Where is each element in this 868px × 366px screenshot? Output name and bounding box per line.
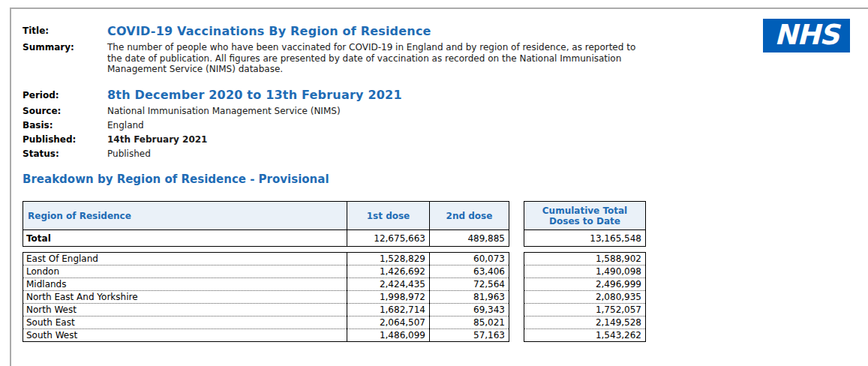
cumulative-cell: 1,752,057 bbox=[524, 304, 646, 316]
cumulative-column-header: Cumulative Total Doses to Date bbox=[524, 202, 646, 230]
dose2-cell: 72,564 bbox=[430, 278, 509, 291]
dose2-cell: 81,963 bbox=[430, 291, 509, 304]
dose1-cell: 1,998,972 bbox=[347, 291, 430, 304]
source-label: Source: bbox=[23, 106, 61, 116]
totals-table: Region of Residence 1st dose 2nd dose To… bbox=[23, 201, 509, 247]
table-row: Midlands 2,424,435 72,564 bbox=[23, 278, 509, 291]
table-row: 2,149,528 bbox=[524, 316, 646, 329]
table-row: 2,496,999 bbox=[524, 278, 646, 291]
status-label: Status: bbox=[23, 148, 59, 159]
page-title: COVID-19 Vaccinations By Region of Resid… bbox=[107, 24, 431, 38]
total-label: Total bbox=[23, 230, 347, 247]
region-cell: South East bbox=[23, 316, 347, 329]
region-cell: East Of England bbox=[23, 253, 347, 266]
table-row: London 1,426,692 63,406 bbox=[23, 266, 509, 278]
total-row: Total 12,675,663 489,885 bbox=[23, 230, 509, 247]
dose1-cell: 1,426,692 bbox=[347, 266, 430, 278]
dose2-column-header: 2nd dose bbox=[430, 202, 509, 230]
source-value: National Immunisation Management Service… bbox=[107, 106, 341, 116]
cumulative-cell: 1,543,262 bbox=[524, 329, 646, 342]
dose1-cell: 2,424,435 bbox=[347, 278, 430, 291]
dose1-cell: 1,682,714 bbox=[347, 304, 430, 316]
period-value: 8th December 2020 to 13th February 2021 bbox=[107, 88, 402, 102]
basis-value: England bbox=[107, 120, 144, 130]
table-row: South East 2,064,507 85,021 bbox=[23, 316, 509, 329]
cumulative-cell: 1,490,098 bbox=[524, 266, 646, 278]
table-row: 1,752,057 bbox=[524, 304, 646, 316]
region-column-header: Region of Residence bbox=[23, 202, 347, 230]
summary-label: Summary: bbox=[23, 42, 74, 52]
cumulative-total-row: 13,165,548 bbox=[524, 230, 646, 247]
cumulative-cell: 1,588,902 bbox=[524, 253, 646, 266]
dose2-cell: 69,343 bbox=[430, 304, 509, 316]
cumulative-totals-table: Cumulative Total Doses to Date 13,165,54… bbox=[524, 201, 646, 247]
section-heading: Breakdown by Region of Residence - Provi… bbox=[23, 172, 329, 186]
dose1-cell: 1,486,099 bbox=[347, 329, 430, 342]
cumulative-header-line2: Doses to Date bbox=[549, 216, 620, 226]
dose2-cell: 57,163 bbox=[430, 329, 509, 342]
table-row: 1,588,902 bbox=[524, 253, 646, 266]
cumulative-header-line1: Cumulative Total bbox=[542, 206, 627, 216]
table-header-row: Region of Residence 1st dose 2nd dose bbox=[23, 202, 509, 230]
table-row: North West 1,682,714 69,343 bbox=[23, 304, 509, 316]
table-row: 1,543,262 bbox=[524, 329, 646, 342]
cumulative-header-row: Cumulative Total Doses to Date bbox=[524, 202, 646, 230]
cumulative-cell: 2,496,999 bbox=[524, 278, 646, 291]
region-cell: North West bbox=[23, 304, 347, 316]
dose1-cell: 1,528,829 bbox=[347, 253, 430, 266]
cumulative-regions-table: 1,588,902 1,490,098 2,496,999 2,080,935 … bbox=[524, 252, 646, 342]
published-value: 14th February 2021 bbox=[107, 134, 207, 145]
total-dose2-cell: 489,885 bbox=[430, 230, 509, 247]
table-row: South West 1,486,099 57,163 bbox=[23, 329, 509, 342]
dose1-cell: 2,064,507 bbox=[347, 316, 430, 329]
total-cumulative-cell: 13,165,548 bbox=[524, 230, 646, 247]
dose2-cell: 60,073 bbox=[430, 253, 509, 266]
dose2-cell: 85,021 bbox=[430, 316, 509, 329]
dose1-column-header: 1st dose bbox=[347, 202, 430, 230]
region-cell: London bbox=[23, 266, 347, 278]
period-label: Period: bbox=[23, 90, 59, 100]
basis-label: Basis: bbox=[23, 120, 53, 130]
table-row: North East And Yorkshire 1,998,972 81,96… bbox=[23, 291, 509, 304]
status-value: Published bbox=[107, 148, 151, 159]
table-row: East Of England 1,528,829 60,073 bbox=[23, 253, 509, 266]
dose2-cell: 63,406 bbox=[430, 266, 509, 278]
cumulative-cell: 2,080,935 bbox=[524, 291, 646, 304]
region-cell: Midlands bbox=[23, 278, 347, 291]
title-label: Title: bbox=[23, 26, 49, 36]
table-row: 1,490,098 bbox=[524, 266, 646, 278]
table-row: 2,080,935 bbox=[524, 291, 646, 304]
regions-table: East Of England 1,528,829 60,073 London … bbox=[23, 252, 509, 342]
region-cell: South West bbox=[23, 329, 347, 342]
nhs-logo: NHS bbox=[763, 19, 850, 52]
summary-text: The number of people who have been vacci… bbox=[107, 42, 644, 75]
cumulative-cell: 2,149,528 bbox=[524, 316, 646, 329]
total-dose1-cell: 12,675,663 bbox=[347, 230, 430, 247]
published-label: Published: bbox=[23, 134, 76, 145]
region-cell: North East And Yorkshire bbox=[23, 291, 347, 304]
